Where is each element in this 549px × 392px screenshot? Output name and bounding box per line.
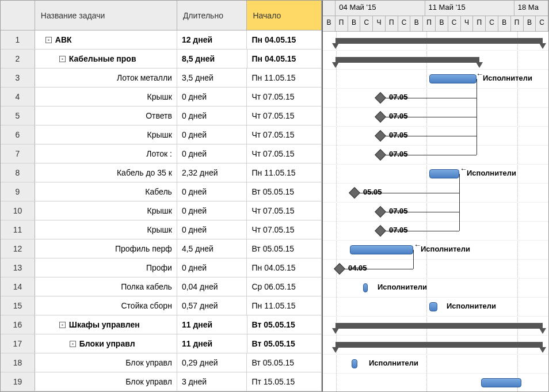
task-duration[interactable]: 0 дней — [177, 87, 247, 106]
task-start[interactable]: Вт 05.05.15 — [247, 334, 322, 353]
task-name-cell[interactable]: Крышк — [35, 220, 177, 239]
task-row[interactable]: 11Крышк0 днейЧт 07.05.15 — [1, 220, 322, 239]
milestone-icon[interactable] — [334, 263, 345, 275]
task-row[interactable]: 10Крышк0 днейЧт 07.05.15 — [1, 201, 322, 220]
task-name-cell[interactable]: Кабель — [35, 182, 177, 201]
task-row[interactable]: 18Блок управл0,29 днейВт 05.05.15 — [1, 353, 322, 372]
summary-bar[interactable] — [336, 342, 543, 348]
summary-bar[interactable] — [336, 38, 543, 44]
task-name-cell[interactable]: Лоток металли — [35, 68, 177, 87]
task-row[interactable]: 4Крышк0 днейЧт 07.05.15 — [1, 87, 322, 106]
row-number[interactable]: 9 — [1, 182, 35, 201]
task-row[interactable]: 14Полка кабель0,04 днейСр 06.05.15 — [1, 277, 322, 296]
gantt-row[interactable]: Исполнители — [323, 298, 548, 317]
gantt-row[interactable] — [323, 51, 548, 70]
col-header-start[interactable]: Начало — [247, 1, 322, 31]
task-bar[interactable] — [481, 378, 521, 387]
gantt-row[interactable]: Исполнители — [323, 279, 548, 298]
task-name-cell[interactable]: Кабель до 35 к — [35, 163, 177, 182]
task-row[interactable]: 13Профи0 днейПн 04.05.15 — [1, 258, 322, 277]
gantt-chart[interactable]: 04 Май '1511 Май '1518 Ма ВПВСЧПСВПВСЧПС… — [323, 1, 548, 391]
gantt-row[interactable]: ←Исполнители — [323, 165, 548, 184]
summary-bar[interactable] — [336, 57, 479, 63]
gantt-body[interactable]: ←Исполнители07.0507.0507.0507.05←Исполни… — [323, 32, 548, 391]
task-row[interactable]: 7Лоток :0 днейЧт 07.05.15 — [1, 144, 322, 163]
gantt-row[interactable]: ←Исполнители — [323, 241, 548, 260]
task-name-cell[interactable]: -АВК — [35, 31, 177, 49]
task-duration[interactable]: 0 дней — [177, 201, 247, 220]
task-bar[interactable] — [352, 359, 357, 368]
task-duration[interactable]: 0,04 дней — [177, 277, 247, 296]
task-start[interactable]: Вт 05.05.15 — [247, 182, 322, 201]
milestone-icon[interactable] — [375, 225, 386, 237]
row-number[interactable]: 14 — [1, 277, 35, 296]
summary-bar[interactable] — [336, 323, 543, 329]
task-name-cell[interactable]: Лоток : — [35, 144, 177, 163]
milestone-icon[interactable] — [349, 187, 360, 199]
task-start[interactable]: Вт 05.05.15 — [247, 315, 322, 334]
row-number[interactable]: 10 — [1, 201, 35, 220]
task-row[interactable]: 17-Блоки управл11 днейВт 05.05.15 — [1, 334, 322, 353]
col-header-name[interactable]: Название задачи — [35, 1, 177, 31]
task-start[interactable]: Вт 05.05.15 — [247, 353, 322, 372]
row-number[interactable]: 16 — [1, 315, 35, 334]
col-header-num[interactable] — [1, 1, 35, 31]
task-duration[interactable]: 0,29 дней — [177, 353, 247, 372]
milestone-icon[interactable] — [375, 111, 386, 123]
task-start[interactable]: Чт 07.05.15 — [247, 125, 322, 144]
gantt-row[interactable]: Исполнители — [323, 355, 548, 374]
row-number[interactable]: 15 — [1, 296, 35, 315]
collapse-icon[interactable]: - — [45, 37, 52, 43]
task-name-cell[interactable]: Стойка сборн — [35, 296, 177, 315]
task-name-cell[interactable]: Блок управл — [35, 353, 177, 372]
task-start[interactable]: Чт 07.05.15 — [247, 201, 322, 220]
row-number[interactable]: 11 — [1, 220, 35, 239]
task-duration[interactable]: 8,5 дней — [177, 50, 247, 68]
task-duration[interactable]: 0 дней — [177, 144, 247, 163]
row-number[interactable]: 12 — [1, 239, 35, 258]
task-name-cell[interactable]: Крышк — [35, 201, 177, 220]
col-header-duration[interactable]: Длительно — [177, 1, 247, 31]
task-row[interactable]: 12Профиль перф4,5 днейВт 05.05.15 — [1, 239, 322, 258]
task-row[interactable]: 2-Кабельные пров8,5 днейПн 04.05.15 — [1, 50, 322, 68]
row-number[interactable]: 19 — [1, 372, 35, 391]
task-row[interactable]: 19Блок управл3 днейПт 15.05.15 — [1, 372, 322, 391]
task-start[interactable]: Чт 07.05.15 — [247, 220, 322, 239]
task-start[interactable]: Вт 05.05.15 — [247, 239, 322, 258]
task-row[interactable]: 15Стойка сборн0,57 днейПн 11.05.15 — [1, 296, 322, 315]
gantt-row[interactable]: 04.05 — [323, 260, 548, 279]
task-duration[interactable]: 3,5 дней — [177, 68, 247, 87]
task-duration[interactable]: 2,32 дней — [177, 163, 247, 182]
task-row[interactable]: 16-Шкафы управлен11 днейВт 05.05.15 — [1, 315, 322, 334]
task-bar[interactable] — [363, 283, 368, 292]
task-duration[interactable]: 11 дней — [177, 334, 247, 353]
task-bar[interactable] — [429, 169, 459, 178]
task-name-cell[interactable]: Крышк — [35, 125, 177, 144]
task-start[interactable]: Чт 07.05.15 — [247, 87, 322, 106]
task-duration[interactable]: 4,5 дней — [177, 239, 247, 258]
gantt-row[interactable] — [323, 32, 548, 51]
task-name-cell[interactable]: Полка кабель — [35, 277, 177, 296]
task-name-cell[interactable]: Профи — [35, 258, 177, 277]
row-number[interactable]: 4 — [1, 87, 35, 106]
milestone-icon[interactable] — [375, 130, 386, 142]
gantt-row[interactable] — [323, 374, 548, 391]
task-name-cell[interactable]: Блок управл — [35, 372, 177, 391]
task-duration[interactable]: 12 дней — [177, 31, 247, 49]
task-duration[interactable]: 0 дней — [177, 258, 247, 277]
task-duration[interactable]: 0 дней — [177, 106, 247, 125]
task-bar[interactable] — [350, 245, 413, 254]
row-number[interactable]: 1 — [1, 31, 35, 49]
collapse-icon[interactable]: - — [70, 341, 76, 347]
milestone-icon[interactable] — [375, 149, 386, 161]
task-start[interactable]: Пт 15.05.15 — [247, 372, 322, 391]
task-bar[interactable] — [429, 74, 476, 83]
row-number[interactable]: 17 — [1, 334, 35, 353]
row-number[interactable]: 3 — [1, 68, 35, 87]
row-number[interactable]: 7 — [1, 144, 35, 163]
row-number[interactable]: 13 — [1, 258, 35, 277]
row-number[interactable]: 6 — [1, 125, 35, 144]
task-start[interactable]: Пн 04.05.15 — [247, 258, 322, 277]
task-start[interactable]: Чт 07.05.15 — [247, 106, 322, 125]
collapse-icon[interactable]: - — [59, 56, 66, 62]
